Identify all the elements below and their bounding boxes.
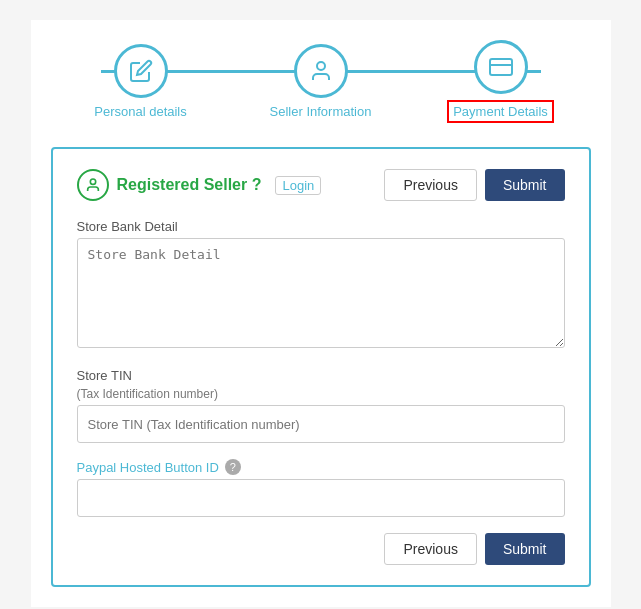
registered-seller-icon xyxy=(77,169,109,201)
paypal-input[interactable] xyxy=(77,479,565,517)
step-label-personal: Personal details xyxy=(94,104,187,119)
help-icon[interactable]: ? xyxy=(225,459,241,475)
svg-point-0 xyxy=(317,62,325,70)
tin-group: Store TIN (Tax Identification number) xyxy=(77,368,565,443)
login-link[interactable]: Login xyxy=(275,176,321,195)
svg-point-3 xyxy=(90,179,95,184)
previous-button-top[interactable]: Previous xyxy=(384,169,476,201)
registered-seller-text: Registered Seller ? xyxy=(117,176,262,194)
form-card: Registered Seller ? Login Previous Submi… xyxy=(51,147,591,587)
payment-label-box: Payment Details xyxy=(447,100,554,123)
tin-input[interactable] xyxy=(77,405,565,443)
step-label-seller: Seller Information xyxy=(270,104,372,119)
step-payment-details[interactable]: Payment Details xyxy=(411,40,591,123)
stepper: Personal details Seller Information Paym… xyxy=(51,40,591,123)
paypal-group: Paypal Hosted Button ID ? xyxy=(77,459,565,517)
paypal-label: Paypal Hosted Button ID xyxy=(77,460,219,475)
svg-rect-1 xyxy=(490,59,512,75)
page-container: Personal details Seller Information Paym… xyxy=(31,20,611,607)
tin-label: Store TIN xyxy=(77,368,565,383)
submit-button-top[interactable]: Submit xyxy=(485,169,565,201)
paypal-label-row: Paypal Hosted Button ID ? xyxy=(77,459,565,475)
step-circle-seller xyxy=(294,44,348,98)
bottom-button-row: Previous Submit xyxy=(77,533,565,565)
previous-button-bottom[interactable]: Previous xyxy=(384,533,476,565)
bank-detail-label: Store Bank Detail xyxy=(77,219,565,234)
step-personal-details[interactable]: Personal details xyxy=(51,44,231,119)
step-circle-payment xyxy=(474,40,528,94)
submit-button-bottom[interactable]: Submit xyxy=(485,533,565,565)
bank-detail-group: Store Bank Detail xyxy=(77,219,565,352)
step-circle-personal xyxy=(114,44,168,98)
registered-seller-row: Registered Seller ? Login Previous Submi… xyxy=(77,169,565,201)
step-label-payment: Payment Details xyxy=(447,100,554,123)
top-button-row: Previous Submit xyxy=(384,169,564,201)
tin-sublabel: (Tax Identification number) xyxy=(77,387,565,401)
bank-detail-textarea[interactable] xyxy=(77,238,565,348)
step-seller-information[interactable]: Seller Information xyxy=(231,44,411,119)
registered-seller-left: Registered Seller ? Login xyxy=(77,169,322,201)
